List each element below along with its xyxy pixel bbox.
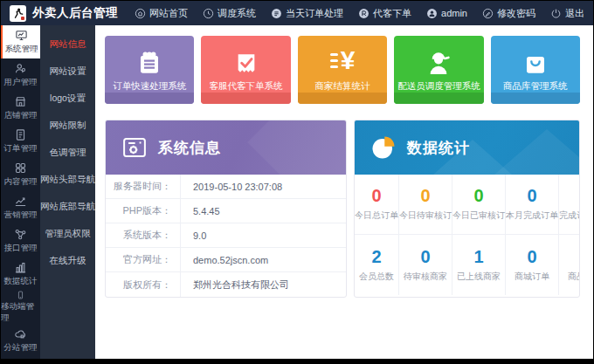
stat-pending-merchants: 0 待审核商家 (399, 235, 452, 295)
info-row-copyright: 版权所有： 郑州光合科技有限公司 (106, 272, 346, 297)
system-info-panel: 系统信息 服务器时间： 2019-05-10 23:07:08 PHP版本： 5… (105, 120, 347, 298)
data-stats-header: 数据统计 (355, 120, 579, 175)
topnav-dispatch-system[interactable]: 调度系统 (203, 7, 256, 20)
topnav-account[interactable]: admin (426, 8, 467, 19)
dashboard-panels: 系统信息 服务器时间： 2019-05-10 23:07:08 PHP版本： 5… (105, 120, 580, 298)
sidebar-item-user-mgmt[interactable]: 用户管理 (1, 58, 40, 92)
sidebar-item-data-stats[interactable]: 数据统计 (1, 258, 40, 291)
order-document-icon (14, 128, 27, 141)
subnav-site-settings[interactable]: 网站设置 (40, 58, 95, 85)
subnav-site-info[interactable]: 网站信息 (40, 31, 95, 58)
data-stats-title: 数据统计 (407, 138, 470, 158)
card-merchant-settlement[interactable]: ¥ 商家结算统计 (298, 36, 387, 104)
dispatch-clock-icon (203, 8, 214, 19)
receipt-check-icon (232, 36, 260, 78)
pie-chart-icon (370, 134, 397, 161)
screenshot-frame: 外卖人后台管理 网站首页 调度系统 当天订单处理 (0, 0, 594, 364)
cloud-site-icon (14, 327, 27, 340)
stat-today-reviewed: 0 今日已审核订 (452, 175, 506, 235)
topnav-home[interactable]: 网站首页 (135, 7, 188, 20)
topnav: 网站首页 调度系统 当天订单处理 代客下单 (135, 7, 584, 20)
system-window-gear-icon (121, 134, 148, 161)
sidebar-item-mobile-mgmt[interactable]: 移动端管理 (1, 291, 40, 324)
courier-icon (425, 36, 452, 78)
yuan-bill-icon: ¥ (330, 36, 356, 78)
info-row-server-time: 服务器时间： 2019-05-10 23:07:08 (106, 175, 346, 199)
home-icon (135, 8, 146, 19)
subnav-footer-nav[interactable]: 网站底部导航 (40, 193, 95, 220)
stat-month-completed-orders: 0 本月完成订单 (506, 175, 559, 235)
stat-mall-orders: 0 商城订单 (506, 235, 559, 295)
trend-chart-icon (14, 195, 27, 208)
system-info-table: 服务器时间： 2019-05-10 23:07:08 PHP版本： 5.4.45… (106, 175, 346, 297)
quick-link-cards: 订单快速处理系统 客服代客下单系统 ¥ 商家结算统计 (105, 36, 580, 104)
topbar: 外卖人后台管理 网站首页 调度系统 当天订单处理 (1, 1, 593, 25)
stat-today-total-orders: 0 今日总订单 (355, 175, 399, 235)
mobile-phone-icon (14, 291, 27, 299)
main-content: 订单快速处理系统 客服代客下单系统 ¥ 商家结算统计 (95, 25, 593, 359)
sidebar-secondary: 网站信息 网站设置 logo设置 网站限制 色调管理 网站头部导航 网站底部导航… (40, 25, 95, 359)
proxy-order-icon (358, 8, 370, 19)
grid-icon (14, 161, 27, 175)
user-icon (426, 8, 438, 19)
app-logo (10, 5, 26, 22)
sidebar-primary: 系统管理 用户管理 店铺管理 订单管理 内容管理 营销管理 (1, 25, 40, 359)
subnav-logo-settings[interactable]: logo设置 (40, 85, 95, 112)
sidebar-item-substation-mgmt[interactable]: 分站管理 (1, 324, 40, 357)
sidebar-item-shop-mgmt[interactable]: 店铺管理 (1, 92, 40, 125)
subnav-color-mgmt[interactable]: 色调管理 (40, 139, 95, 166)
shop-icon (14, 95, 27, 108)
stat-product-count: 2 商品数量 (559, 235, 580, 295)
stat-online-merchants: 1 已上线商家 (452, 235, 506, 295)
bar-chart-icon (14, 261, 27, 274)
stats-grid: 0 今日总订单 0 今日待审核订 0 今日已审核订 0 (355, 175, 579, 295)
edit-pencil-icon (482, 8, 494, 19)
monitor-icon (15, 29, 28, 42)
shopping-bag-icon (521, 36, 549, 78)
sidebar-item-marketing-mgmt[interactable]: 营销管理 (1, 191, 40, 224)
admin-app-window: 外卖人后台管理 网站首页 调度系统 当天订单处理 (1, 1, 593, 359)
info-row-official-site: 官方网址： demo.52jscn.com (106, 248, 346, 272)
sidebar-item-api-mgmt[interactable]: 接口管理 (1, 224, 40, 258)
card-product-library[interactable]: 商品库管理系统 (491, 36, 580, 104)
info-row-system-version: 系统版本： 9.0 (106, 223, 346, 248)
app-title: 外卖人后台管理 (32, 5, 118, 21)
layout: 系统管理 用户管理 店铺管理 订单管理 内容管理 营销管理 (1, 25, 593, 359)
subnav-header-nav[interactable]: 网站头部导航 (40, 166, 95, 193)
topnav-today-orders[interactable]: 当天订单处理 (271, 7, 343, 20)
logo-red-dot (21, 17, 24, 20)
card-courier-dispatch[interactable]: 配送员调度管理系统 (394, 36, 483, 104)
sidebar-item-content-mgmt[interactable]: 内容管理 (1, 158, 40, 191)
stat-today-pending-review: 0 今日待审核订 (399, 175, 452, 235)
card-order-quick-process[interactable]: 订单快速处理系统 (105, 36, 194, 104)
info-row-php-version: PHP版本： 5.4.45 (106, 199, 346, 223)
link-nodes-icon (14, 228, 27, 241)
data-stats-panel: 数据统计 0 今日总订单 0 今日待审核订 0 今日已审核 (354, 120, 580, 298)
sidebar-item-order-mgmt[interactable]: 订单管理 (1, 125, 40, 158)
stat-total-completed-orders: 0 完成订单总量 (559, 175, 580, 235)
stat-total-members: 2 会员总数 (355, 235, 399, 295)
system-info-title: 系统信息 (158, 138, 221, 158)
subnav-site-limits[interactable]: 网站限制 (40, 112, 95, 139)
topnav-change-password[interactable]: 修改密码 (482, 7, 535, 20)
system-info-header: 系统信息 (106, 120, 346, 175)
user-gear-icon (14, 62, 27, 75)
notepad-icon (135, 36, 163, 78)
power-icon (550, 8, 562, 19)
card-agent-order-system[interactable]: 客服代客下单系统 (201, 36, 290, 104)
sidebar-item-system-mgmt[interactable]: 系统管理 (1, 25, 40, 58)
subnav-online-upgrade[interactable]: 在线升级 (40, 247, 95, 274)
subnav-admin-permissions[interactable]: 管理员权限 (40, 220, 95, 247)
topnav-proxy-order[interactable]: 代客下单 (358, 7, 411, 20)
today-orders-icon (271, 8, 282, 19)
topnav-logout[interactable]: 退出 (550, 7, 584, 20)
